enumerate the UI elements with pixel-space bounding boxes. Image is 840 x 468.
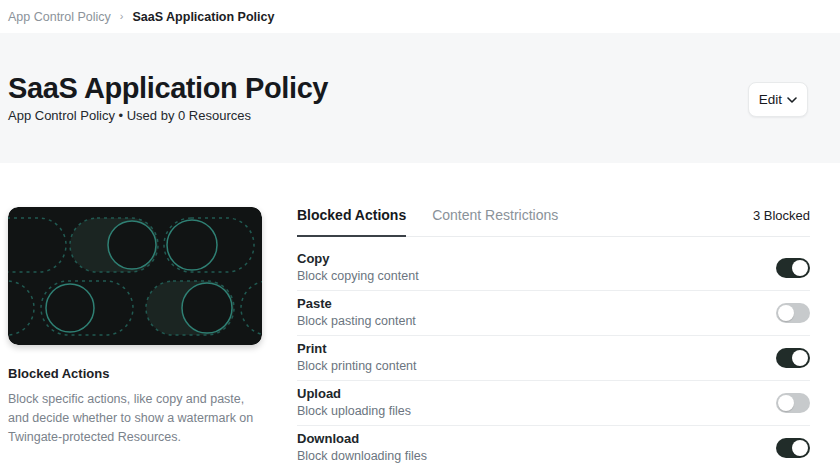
action-title: Print [297, 341, 417, 357]
breadcrumb-current: SaaS Application Policy [133, 10, 275, 24]
download-toggle[interactable] [776, 438, 810, 458]
section-heading: Blocked Actions [8, 366, 262, 381]
action-row-text: Paste Block pasting content [297, 296, 416, 329]
breadcrumb-parent-link[interactable]: App Control Policy [8, 10, 111, 24]
print-toggle[interactable] [776, 348, 810, 368]
copy-toggle[interactable] [776, 258, 810, 278]
action-row-download: Download Block downloading files [297, 426, 810, 468]
toggle-knob [792, 440, 808, 456]
chevron-down-icon [787, 97, 797, 103]
edit-button-label: Edit [759, 92, 782, 107]
toggle-knob [778, 305, 794, 321]
action-title: Download [297, 431, 427, 447]
breadcrumb: App Control Policy › SaaS Application Po… [0, 0, 840, 33]
action-row-text: Upload Block uploading files [297, 386, 411, 419]
action-subtitle: Block copying content [297, 268, 419, 284]
settings-panel: Blocked Actions Content Restrictions 3 B… [297, 207, 810, 468]
action-subtitle: Block printing content [297, 358, 417, 374]
tab-blocked-actions[interactable]: Blocked Actions [297, 207, 406, 237]
action-row-copy: Copy Block copying content [297, 246, 810, 291]
section-info-panel: Blocked Actions Block specific actions, … [8, 207, 262, 468]
toggle-switches-illustration [8, 207, 262, 345]
section-description: Block specific actions, like copy and pa… [8, 390, 262, 447]
tab-bar: Blocked Actions Content Restrictions 3 B… [297, 207, 810, 237]
edit-button[interactable]: Edit [748, 82, 808, 117]
tab-content-restrictions[interactable]: Content Restrictions [432, 207, 558, 237]
action-subtitle: Block downloading files [297, 448, 427, 464]
chevron-right-icon: › [120, 10, 124, 22]
action-row-text: Copy Block copying content [297, 251, 419, 284]
action-title: Upload [297, 386, 411, 402]
upload-toggle[interactable] [776, 393, 810, 413]
toggle-knob [778, 395, 794, 411]
toggle-illustration-svg [8, 207, 262, 345]
page-title: SaaS Application Policy [8, 71, 832, 105]
paste-toggle[interactable] [776, 303, 810, 323]
toggle-knob [792, 260, 808, 276]
action-subtitle: Block uploading files [297, 403, 411, 419]
action-title: Paste [297, 296, 416, 312]
action-title: Copy [297, 251, 419, 267]
action-subtitle: Block pasting content [297, 313, 416, 329]
action-row-print: Print Block printing content [297, 336, 810, 381]
action-row-text: Download Block downloading files [297, 431, 427, 464]
action-row-text: Print Block printing content [297, 341, 417, 374]
page-header: SaaS Application Policy App Control Poli… [0, 33, 840, 163]
action-row-upload: Upload Block uploading files [297, 381, 810, 426]
blocked-count-badge: 3 Blocked [753, 207, 810, 223]
page-subtitle: App Control Policy • Used by 0 Resources [8, 108, 832, 123]
toggle-knob [792, 350, 808, 366]
blocked-actions-list: Copy Block copying content Paste Block p… [297, 246, 810, 468]
action-row-paste: Paste Block pasting content [297, 291, 810, 336]
main-content: Blocked Actions Block specific actions, … [0, 163, 840, 468]
